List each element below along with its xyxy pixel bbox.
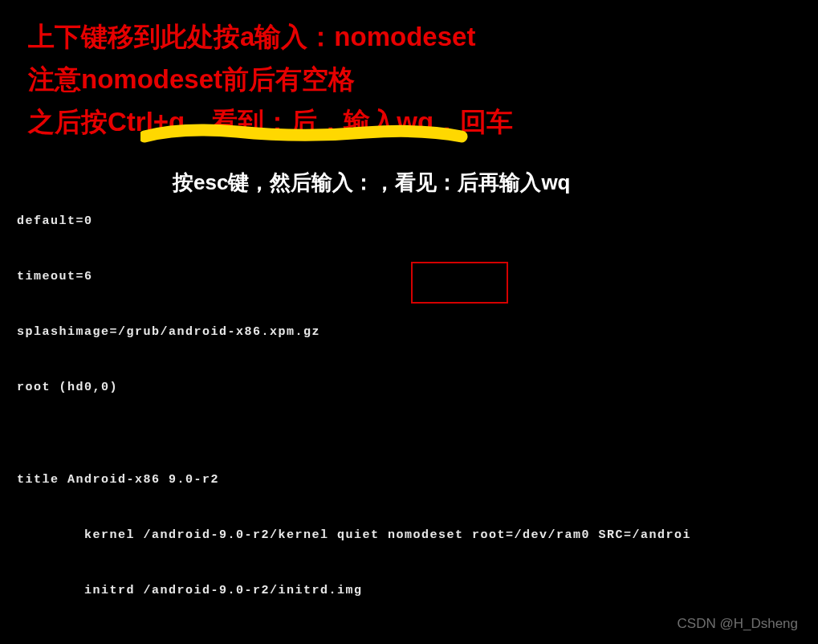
annotation-line-2: 注意nomodeset前后有空格 [28,59,513,101]
terminal-line: initrd /android-9.0-r2/initrd.img [17,581,691,600]
terminal-line: kernel /android-9.0-r2/kernel quiet nomo… [17,526,691,544]
annotation-line-1: 上下键移到此处按a输入：nomodeset [28,16,513,59]
watermark-text: CSDN @H_Dsheng [678,616,798,632]
terminal-line: splashimage=/grub/android-x86.xpm.gz [17,323,691,341]
annotation-line-3: 之后按Ctrl+q，看到：后，输入wq，回车 [28,101,513,144]
terminal-line: timeout=6 [17,267,691,286]
terminal-line: root (hd0,0) [17,378,691,397]
terminal-line: default=0 [17,212,691,230]
red-annotation-block: 上下键移到此处按a输入：nomodeset 注意nomodeset前后有空格 之… [28,16,513,143]
terminal-output[interactable]: default=0 timeout=6 splashimage=/grub/an… [17,175,691,644]
terminal-line: title Android-x86 9.0-r2 [17,471,691,489]
